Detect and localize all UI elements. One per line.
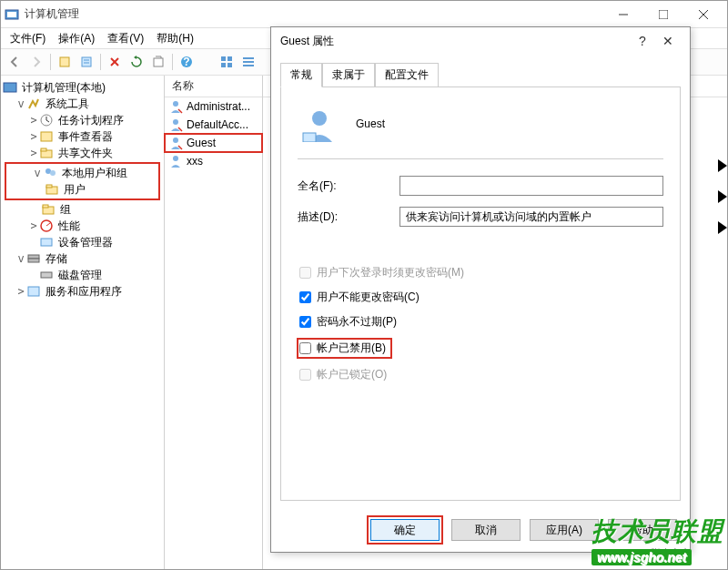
- help-icon[interactable]: ?: [177, 52, 197, 72]
- svg-rect-34: [43, 205, 48, 208]
- svg-rect-26: [41, 132, 52, 141]
- dialog-body: Guest 全名(F): 描述(D): 用户下次登录时须更改密码(M) 用户不能…: [280, 87, 681, 501]
- tree-root[interactable]: 计算机管理(本地): [3, 79, 162, 96]
- svg-line-36: [46, 223, 50, 226]
- svg-rect-18: [228, 63, 232, 67]
- svg-rect-6: [60, 57, 69, 66]
- tree-performance[interactable]: >性能: [3, 218, 162, 234]
- list-item[interactable]: Administrat...: [165, 97, 262, 116]
- user-icon: [301, 106, 338, 142]
- list-item[interactable]: DefaultAcc...: [165, 116, 262, 134]
- svg-rect-37: [41, 239, 52, 246]
- delete-button[interactable]: [105, 52, 125, 72]
- tree-storage[interactable]: v存储: [3, 250, 162, 267]
- tab-general[interactable]: 常规: [280, 63, 322, 87]
- back-button[interactable]: [5, 52, 25, 72]
- view-list-button[interactable]: [238, 52, 258, 72]
- tree-pane: 计算机管理(本地) v系统工具 >任务计划程序 >事件查看器 >共享文件夹 v本…: [1, 76, 165, 569]
- checkbox-change-password-next-logon: 用户下次登录时须更改密码(M): [298, 265, 663, 280]
- svg-rect-7: [82, 57, 91, 66]
- arrow-icon: [718, 159, 727, 172]
- svg-rect-39: [28, 259, 39, 262]
- dialog-tabs: 常规 隶属于 配置文件: [271, 55, 690, 87]
- svg-rect-47: [303, 133, 316, 142]
- tree-event-viewer[interactable]: >事件查看器: [3, 128, 162, 145]
- svg-point-42: [173, 101, 178, 107]
- svg-rect-15: [221, 56, 226, 61]
- tree-users[interactable]: 用户: [6, 181, 158, 198]
- svg-rect-16: [228, 56, 232, 61]
- username-label: Guest: [356, 117, 385, 130]
- dialog-titlebar: Guest 属性 ? ✕: [271, 27, 690, 55]
- ok-button[interactable]: 确定: [370, 519, 440, 541]
- titlebar: 计算机管理: [1, 1, 727, 28]
- list-item[interactable]: xxs: [165, 152, 262, 170]
- tree-task-scheduler[interactable]: >任务计划程序: [3, 112, 162, 128]
- maximize-button[interactable]: [643, 2, 683, 27]
- svg-point-46: [312, 111, 327, 126]
- dialog-title: Guest 属性: [280, 34, 630, 49]
- tab-member-of[interactable]: 隶属于: [322, 63, 375, 87]
- checkbox-account-locked: 帐户已锁定(O): [298, 367, 663, 382]
- svg-rect-3: [659, 10, 668, 19]
- svg-rect-41: [28, 287, 39, 296]
- checkbox-password-never-expires[interactable]: 密码永不过期(P): [298, 314, 663, 330]
- view-icons-button[interactable]: [217, 52, 237, 72]
- menu-file[interactable]: 文件(F): [5, 29, 51, 48]
- menu-view[interactable]: 查看(V): [102, 29, 149, 48]
- svg-rect-22: [4, 83, 16, 92]
- cancel-button[interactable]: 取消: [451, 519, 521, 541]
- svg-rect-21: [243, 65, 254, 66]
- tree-groups[interactable]: 组: [3, 201, 162, 218]
- new-item-button[interactable]: [55, 52, 75, 72]
- checkbox-account-disabled[interactable]: 帐户已禁用(B): [298, 339, 391, 358]
- fullname-field[interactable]: [399, 176, 663, 196]
- checkbox-cannot-change-password[interactable]: 用户不能更改密码(C): [298, 290, 663, 305]
- arrow-icon: [718, 221, 727, 234]
- tree-disk-management[interactable]: 磁盘管理: [3, 267, 162, 283]
- tree-services-apps[interactable]: >服务和应用程序: [3, 283, 162, 300]
- svg-point-44: [173, 137, 178, 143]
- dialog-close-icon[interactable]: ✕: [655, 34, 681, 48]
- list-pane: 名称 Administrat... DefaultAcc... Guest xx…: [165, 76, 263, 569]
- export-button[interactable]: [148, 52, 168, 72]
- description-label: 描述(D):: [298, 209, 399, 225]
- tree-local-users-groups[interactable]: v本地用户和组: [6, 165, 158, 181]
- svg-text:?: ?: [183, 56, 189, 68]
- svg-rect-32: [46, 185, 52, 188]
- svg-rect-20: [243, 61, 254, 63]
- refresh-button[interactable]: [126, 52, 147, 72]
- tab-profile[interactable]: 配置文件: [375, 63, 439, 87]
- svg-point-43: [173, 119, 178, 125]
- svg-rect-1: [7, 12, 16, 17]
- svg-point-30: [50, 170, 56, 176]
- svg-rect-38: [28, 255, 39, 259]
- watermark: 技术员联盟 www.jsgho.net: [592, 514, 723, 565]
- app-icon: [5, 7, 19, 22]
- forward-button[interactable]: [26, 52, 46, 72]
- svg-rect-28: [41, 148, 46, 151]
- tree-device-manager[interactable]: 设备管理器: [3, 234, 162, 250]
- description-field[interactable]: [399, 207, 663, 227]
- list-item-guest[interactable]: Guest: [165, 134, 262, 152]
- svg-rect-40: [41, 272, 52, 278]
- menu-help[interactable]: 帮助(H): [151, 29, 199, 48]
- apply-button[interactable]: 应用(A): [530, 519, 599, 541]
- tree-system-tools[interactable]: v系统工具: [3, 96, 162, 112]
- minimize-button[interactable]: [603, 2, 643, 27]
- window-title: 计算机管理: [25, 6, 603, 22]
- tree-shared-folders[interactable]: >共享文件夹: [3, 145, 162, 161]
- properties-dialog: Guest 属性 ? ✕ 常规 隶属于 配置文件 Guest 全名(F): 描述…: [270, 26, 691, 553]
- svg-point-45: [173, 156, 178, 161]
- svg-rect-12: [154, 58, 163, 66]
- properties-button[interactable]: [76, 52, 96, 72]
- arrow-icon: [718, 190, 727, 203]
- menu-action[interactable]: 操作(A): [53, 29, 100, 48]
- svg-rect-19: [243, 57, 254, 59]
- dialog-help-icon[interactable]: ?: [630, 34, 655, 48]
- close-button[interactable]: [683, 2, 723, 27]
- svg-rect-17: [221, 63, 226, 67]
- fullname-label: 全名(F):: [298, 178, 399, 194]
- list-header-name[interactable]: 名称: [165, 76, 262, 97]
